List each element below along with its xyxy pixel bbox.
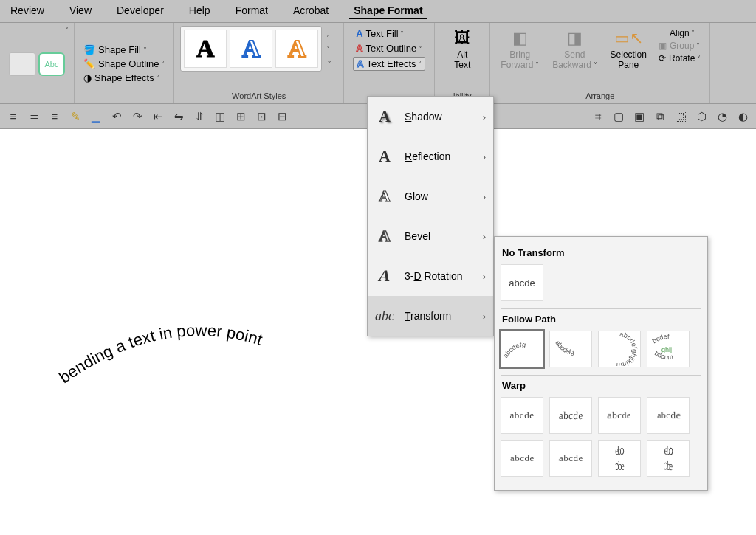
transform-option-circle[interactable]: abcdefghijklmn	[598, 331, 641, 367]
rotate-icon: ⟳	[659, 53, 666, 63]
svg-text:ghij: ghij	[662, 346, 672, 353]
wordart-style-thumb[interactable]: A	[275, 30, 318, 68]
tool-icon[interactable]: ◫	[213, 109, 227, 124]
text-outline-button[interactable]: AText Outline	[353, 42, 425, 55]
text-tools: AText Fill AText Outline AText Effects	[350, 26, 428, 72]
tab-view[interactable]: View	[65, 3, 96, 19]
tool-icon[interactable]: ≡	[6, 109, 21, 124]
text-effects-button[interactable]: AText Effects	[353, 57, 425, 71]
tool-icon[interactable]: ◔	[715, 109, 729, 124]
dropdown-item-transform[interactable]: abc Transform ›	[368, 296, 493, 336]
transform-icon: abc	[375, 306, 394, 325]
gallery-more-icon[interactable]: ˅	[65, 26, 69, 35]
tab-developer[interactable]: Developer	[112, 3, 168, 19]
tab-acrobat[interactable]: Acrobat	[289, 3, 333, 19]
tab-help[interactable]: Help	[185, 3, 215, 19]
flip-h-icon[interactable]: ⇋	[171, 109, 186, 124]
group-icon: ▣	[659, 41, 667, 51]
tab-review[interactable]: Review	[6, 3, 49, 19]
group-label: Arrange	[496, 92, 704, 102]
shape-outline-button[interactable]: ✏️Shape Outline	[82, 58, 166, 70]
text-outline-icon: A	[356, 43, 362, 54]
transform-option-warp[interactable]: abcde	[549, 397, 592, 434]
underline-color-icon[interactable]: ▁	[89, 109, 103, 124]
tool-icon[interactable]: ◐	[735, 109, 750, 124]
pencil-icon: ✏️	[83, 58, 95, 69]
effects-icon: ◑	[83, 72, 92, 83]
gallery-more-icon[interactable]: ⌄	[326, 56, 332, 64]
wordart-style-thumb[interactable]: A	[184, 30, 227, 68]
transform-option-warp[interactable]: abcde	[501, 440, 543, 477]
tab-shape-format[interactable]: Shape Format	[349, 3, 427, 19]
dropdown-item-shadow[interactable]: A Shadow ›	[368, 97, 493, 137]
bring-forward-button[interactable]: ◧ Bring Forward	[496, 26, 543, 73]
tool-icon[interactable]: ≡	[47, 109, 62, 124]
tool-icon[interactable]: ⊡	[254, 109, 269, 124]
align-button[interactable]: ⎸Align	[657, 27, 702, 39]
tool-icon[interactable]: ⊟	[275, 109, 289, 124]
tool-icon[interactable]: ⿴	[673, 109, 688, 124]
gallery-down-icon[interactable]: ˅	[326, 45, 332, 53]
send-backward-icon: ◨	[562, 29, 587, 48]
bevel-icon: A	[375, 227, 394, 246]
chevron-right-icon: ›	[483, 111, 486, 122]
chevron-right-icon: ›	[483, 311, 486, 322]
bucket-icon: 🪣	[83, 44, 95, 55]
tool-icon[interactable]: ⊞	[233, 109, 248, 124]
gallery-up-icon[interactable]: ˄	[326, 34, 332, 42]
tool-icon[interactable]: ▢	[611, 109, 626, 124]
flip-v-icon[interactable]: ⥯	[192, 109, 207, 124]
shape-style-thumb[interactable]	[9, 52, 35, 76]
curved-text-shape[interactable]: bending a text in power point	[44, 299, 354, 405]
svg-text:abcdefg: abcdefg	[502, 341, 526, 359]
tool-icon[interactable]: ⬡	[694, 109, 709, 124]
chevron-right-icon: ›	[483, 271, 486, 282]
highlighter-icon[interactable]: ✎	[68, 109, 83, 124]
shape-style-gallery[interactable]: Abc	[6, 49, 68, 79]
dropdown-item-glow[interactable]: A Glow ›	[368, 176, 493, 216]
section-header: No Transform	[502, 247, 701, 258]
transform-option-arch-up[interactable]: abcdefg	[501, 331, 543, 367]
send-backward-button[interactable]: ◨ Send Backward	[548, 26, 601, 73]
dropdown-item-reflection[interactable]: A Reflection ›	[368, 137, 493, 176]
tool-icon[interactable]: ▣	[632, 109, 647, 124]
tool-icon[interactable]: ⧉	[653, 109, 667, 124]
transform-option-warp[interactable]: abcde	[549, 440, 592, 477]
dropdown-item-bevel[interactable]: A Bevel ›	[368, 216, 493, 256]
bring-forward-icon: ◧	[507, 29, 532, 48]
transform-option-warp[interactable]: abcde	[647, 397, 690, 434]
text-effects-dropdown: A Shadow › A Reflection › A Glow › A Bev…	[367, 96, 494, 336]
transform-option-warp[interactable]: abcde	[598, 397, 641, 434]
transform-option-arch-down[interactable]: abcdefg	[549, 331, 592, 367]
crop-icon[interactable]: ⌗	[591, 109, 605, 124]
alt-text-icon: 🖼	[450, 29, 475, 48]
rotation-3d-icon: A	[373, 266, 396, 286]
shape-effects-button[interactable]: ◑Shape Effects	[82, 72, 166, 84]
transform-option-warp[interactable]: abcde	[501, 397, 543, 434]
reflection-icon: A	[375, 147, 394, 166]
section-header: Follow Path	[502, 314, 701, 325]
tool-icon[interactable]: ⇤	[151, 109, 165, 124]
alt-text-button[interactable]: 🖼 Alt Text	[441, 26, 484, 73]
tab-format[interactable]: Format	[231, 3, 272, 19]
transform-option-button[interactable]: bcdef ghij bdoum	[647, 331, 690, 367]
section-header: Warp	[502, 380, 701, 391]
wordart-style-thumb[interactable]: A	[230, 30, 272, 68]
transform-option-warp[interactable]: ebɔɔbe	[598, 440, 641, 477]
text-fill-button[interactable]: AText Fill	[353, 27, 425, 40]
tool-icon[interactable]: ≣	[27, 109, 41, 124]
shape-fill-button[interactable]: 🪣Shape Fill	[82, 44, 166, 56]
transform-option-warp[interactable]: ebɔɔbe	[647, 440, 690, 477]
tool-icon[interactable]: ↷	[130, 109, 145, 124]
dropdown-item-3d-rotation[interactable]: A 3-D Rotation ›	[368, 256, 493, 296]
group-button[interactable]: ▣Group	[657, 40, 702, 52]
shadow-icon: A	[375, 107, 394, 126]
rotate-button[interactable]: ⟳Rotate	[657, 52, 702, 64]
tool-icon[interactable]: ↶	[109, 109, 124, 124]
shape-style-thumb[interactable]: Abc	[38, 52, 65, 76]
transform-option-none[interactable]: abcde	[501, 264, 543, 301]
svg-text:bending a text in power point: bending a text in power point	[55, 321, 264, 387]
chevron-right-icon: ›	[483, 191, 486, 202]
selection-pane-button[interactable]: ▭↖ Selection Pane	[606, 26, 651, 73]
wordart-gallery[interactable]: A A A	[180, 26, 322, 72]
